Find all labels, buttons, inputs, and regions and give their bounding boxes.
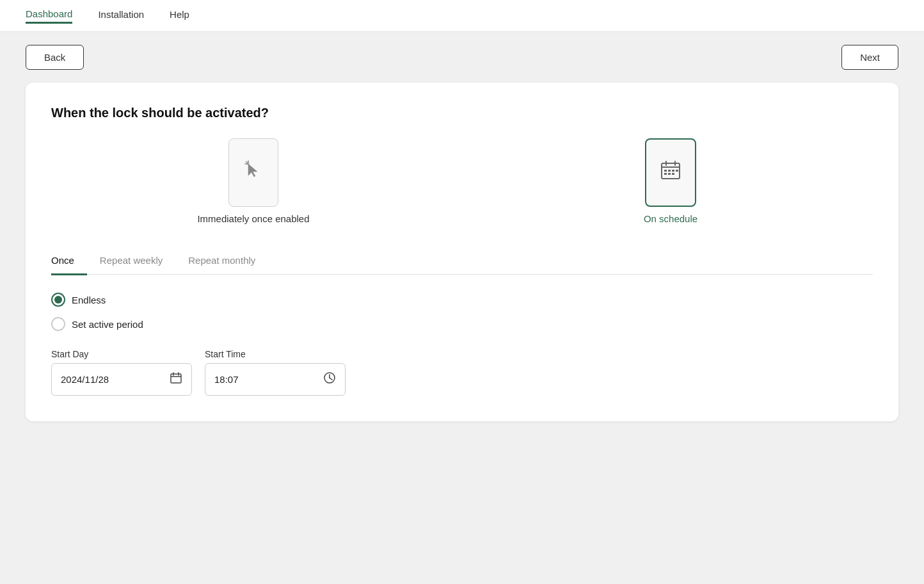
svg-rect-13 xyxy=(668,173,671,175)
top-navigation: Dashboard Installation Help xyxy=(0,0,924,32)
schedule-option-card[interactable] xyxy=(645,138,696,207)
cursor-icon xyxy=(242,159,265,186)
schedule-option-wrapper: On schedule xyxy=(468,138,873,224)
clock-input-icon xyxy=(323,371,336,387)
back-button[interactable]: Back xyxy=(26,45,84,70)
next-button[interactable]: Next xyxy=(841,45,898,70)
start-day-label: Start Day xyxy=(51,349,192,359)
radio-set-active-period-circle xyxy=(51,317,65,331)
schedule-tabs: Once Repeat weekly Repeat monthly xyxy=(51,247,873,275)
date-time-fields: Start Day 2024/11/28 Start Time 18:07 xyxy=(51,349,873,396)
schedule-option-label: On schedule xyxy=(644,213,697,224)
toolbar: Back Next xyxy=(0,32,924,83)
svg-rect-15 xyxy=(171,374,181,383)
start-time-label: Start Time xyxy=(205,349,346,359)
svg-rect-8 xyxy=(664,170,667,172)
tab-repeat-monthly[interactable]: Repeat monthly xyxy=(188,248,268,275)
card-title: When the lock should be activated? xyxy=(51,106,873,120)
calendar-icon xyxy=(659,159,682,186)
svg-rect-10 xyxy=(672,170,674,172)
tab-once[interactable]: Once xyxy=(51,248,87,275)
start-day-input[interactable]: 2024/11/28 xyxy=(51,363,192,396)
nav-help[interactable]: Help xyxy=(170,9,189,22)
radio-endless[interactable]: Endless xyxy=(51,293,873,307)
calendar-input-icon xyxy=(170,371,182,387)
svg-rect-9 xyxy=(668,170,671,172)
immediate-option-label: Immediately once enabled xyxy=(197,213,309,224)
start-day-group: Start Day 2024/11/28 xyxy=(51,349,192,396)
start-time-group: Start Time 18:07 xyxy=(205,349,346,396)
activation-options: Immediately once enabled xyxy=(51,138,873,224)
period-radio-group: Endless Set active period xyxy=(51,293,873,331)
svg-line-3 xyxy=(246,162,248,163)
svg-rect-12 xyxy=(664,173,667,175)
immediate-option-card[interactable] xyxy=(228,138,278,207)
radio-set-active-period-label: Set active period xyxy=(72,319,143,330)
svg-rect-11 xyxy=(676,170,678,172)
immediate-option-wrapper: Immediately once enabled xyxy=(51,138,456,224)
svg-rect-14 xyxy=(672,173,674,175)
start-day-value: 2024/11/28 xyxy=(61,374,109,385)
radio-endless-circle xyxy=(51,293,65,307)
start-time-input[interactable]: 18:07 xyxy=(205,363,346,396)
radio-set-active-period[interactable]: Set active period xyxy=(51,317,873,331)
radio-endless-label: Endless xyxy=(72,295,106,305)
tab-repeat-weekly[interactable]: Repeat weekly xyxy=(100,248,175,275)
svg-line-21 xyxy=(330,378,332,380)
nav-installation[interactable]: Installation xyxy=(98,9,144,22)
start-time-value: 18:07 xyxy=(214,374,239,385)
nav-dashboard[interactable]: Dashboard xyxy=(26,8,72,24)
main-card: When the lock should be activated? Immed… xyxy=(26,83,898,421)
